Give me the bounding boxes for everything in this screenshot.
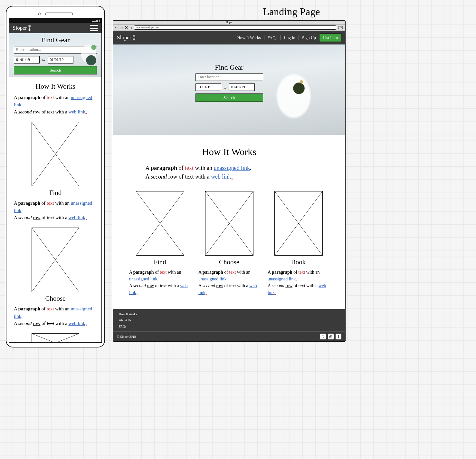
card-book: Book A paragraph of text with an unassig… [268,191,329,297]
status-bar: ▂▃▅ ▮ [9,18,102,23]
nav-faqs[interactable]: FAQs [268,35,277,40]
brand-text: Sloper [13,25,27,31]
unassigned-link[interactable]: unassigned link [268,277,296,281]
intro-paragraph: A paragraph of text with an unassigned l… [14,94,97,116]
footer: How It Works About Us FAQs © Sloper 2018… [113,309,345,341]
card-paragraph: A paragraph of text with an unassigned l… [14,305,97,327]
cards-row: Find A paragraph of text with an unassig… [129,191,329,297]
logo[interactable]: Sloper ❄❄ [117,34,136,41]
card-find: Find A paragraph of text with an unassig… [129,191,191,297]
footer-link-hiw[interactable]: How It Works [119,312,339,316]
card-title-find: Find [14,189,97,197]
location-input[interactable] [14,46,97,54]
how-it-works-title: How It Works [14,82,97,91]
primary-nav: How It Works FAQs Log In Sign Up List It… [237,34,341,42]
web-link[interactable]: web link [211,173,231,180]
mobile-header: Sloper ❄❄ [9,23,101,33]
image-placeholder [205,191,253,256]
mobile-hero: Find Gear to Search [9,33,101,77]
footer-link-about[interactable]: About Us [119,318,339,322]
search-button[interactable]: Search [195,93,263,102]
search-button[interactable]: Search [14,66,97,74]
date-to-label: to [42,58,45,62]
home-icon[interactable]: ⌂ [129,25,132,30]
web-link[interactable]: web link [69,109,85,114]
svg-line-4 [32,334,79,343]
date-to-label: to [224,85,227,89]
nav-sign-up[interactable]: Sign Up [302,35,316,40]
list-item-button[interactable]: List Item [319,34,341,42]
social-icons: t ◎ f [320,334,341,339]
how-it-works-title: How It Works [129,146,329,157]
hero-title: Find Gear [195,63,263,72]
intro-paragraph: A paragraph of text with an unassigned l… [146,164,313,181]
page-label: Landing Page [113,6,470,18]
image-placeholder [32,333,79,343]
image-placeholder [32,122,79,186]
stop-icon[interactable]: ✕ [125,25,128,30]
twitter-icon[interactable]: t [320,334,326,339]
image-placeholder [136,191,184,256]
brand-text: Sloper [117,34,131,41]
card-paragraph: A paragraph of text with an unassigned l… [198,269,260,297]
mobile-body: How It Works A paragraph of text with an… [9,77,101,343]
footer-link-faqs[interactable]: FAQs [119,325,339,328]
instagram-icon[interactable]: ◎ [328,334,334,339]
web-link[interactable]: web link [69,321,85,326]
camera-icon [38,13,41,15]
nav-how-it-works[interactable]: How It Works [237,35,261,40]
card-title: Find [129,258,191,266]
location-input[interactable] [195,73,263,81]
card-paragraph: A paragraph of text with an unassigned l… [268,269,329,297]
image-placeholder [32,228,79,292]
logo[interactable]: Sloper ❄❄ [13,25,31,31]
back-icon[interactable]: ⇦ [115,25,119,30]
card-paragraph: A paragraph of text with an unassigned l… [14,200,97,222]
hamburger-menu-icon[interactable] [90,25,98,31]
snowflake-icon: ❄❄ [132,34,136,41]
forward-icon[interactable]: ⇨ [120,25,123,30]
web-link[interactable]: web link [69,215,85,220]
card-title: Book [268,258,329,266]
hero-title: Find Gear [14,36,97,44]
desktop-hero: Find Gear to Search [113,44,345,135]
date-to-input[interactable] [229,83,255,91]
desktop-wireframe: Sloper ⇦ ⇨ ✕ ⌂ http://www.sloper.com Slo… [113,20,346,342]
snowflake-icon: ❄❄ [28,25,31,31]
url-input[interactable]: http://www.sloper.com [134,25,336,30]
desktop-header: Sloper ❄❄ How It Works FAQs Log In Sign … [113,31,345,44]
loading-spinner-icon [338,26,343,29]
image-placeholder [274,191,323,256]
speaker-icon [45,13,73,15]
footer-links: How It Works About Us FAQs [113,309,345,331]
unassigned-link[interactable]: unassigned link [129,277,157,281]
phone-hardware-top [9,10,102,18]
card-title-choose: Choose [14,295,97,303]
svg-line-5 [32,334,79,343]
mobile-wireframe: ▂▃▅ ▮ Sloper ❄❄ Find Gear to Search [6,6,105,347]
phone-screen: Sloper ❄❄ Find Gear to Search How It Wor… [9,23,102,343]
unassigned-link[interactable]: unassigned link [198,277,227,281]
card-title: Choose [198,258,260,266]
browser-tab[interactable]: Sloper [113,21,345,24]
date-from-input[interactable] [195,83,221,91]
date-to-input[interactable] [48,56,73,63]
card-choose: Choose A paragraph of text with an unass… [198,191,260,297]
copyright-text: © Sloper 2018 [117,335,136,338]
card-paragraph: A paragraph of text with an unassigned l… [129,269,191,297]
nav-log-in[interactable]: Log In [284,35,295,40]
facebook-icon[interactable]: f [336,334,341,339]
unassigned-link[interactable]: unassigned link [214,165,250,171]
browser-toolbar: ⇦ ⇨ ✕ ⌂ http://www.sloper.com [113,24,345,31]
date-from-input[interactable] [14,56,40,63]
desktop-body: How It Works A paragraph of text with an… [113,135,345,309]
